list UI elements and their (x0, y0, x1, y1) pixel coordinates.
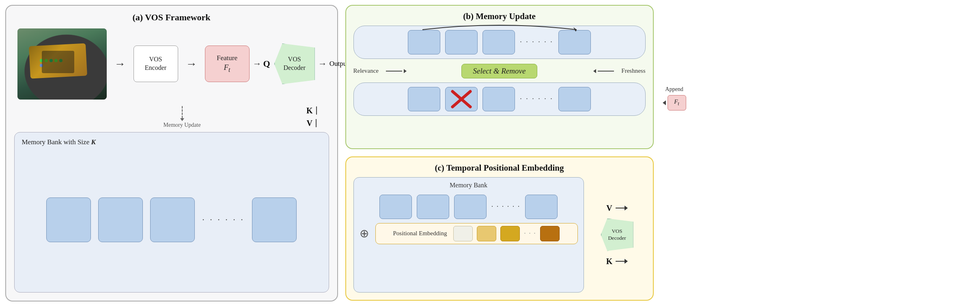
cross-block (445, 87, 478, 111)
panel-c-title: (c) Temporal Positional Embedding (353, 163, 646, 173)
relevance-label: Relevance (353, 67, 379, 74)
mem-block-c-2 (417, 195, 449, 219)
append-arrow-tip (663, 100, 666, 105)
input-photo (17, 28, 107, 100)
freshness-label: Freshness (621, 67, 645, 74)
dots-top-b: · · · · · · (520, 38, 554, 46)
dots-bot-b: · · · · · · (520, 95, 554, 103)
curved-arrow-top (398, 20, 601, 31)
k-label: K (306, 106, 313, 115)
right-panels: (b) Memory Update · · · · · · Rel (345, 5, 654, 304)
mid-section: Memory Update K V (14, 106, 329, 130)
mem-block-b-top-3 (482, 30, 515, 54)
mem-block-c-3 (454, 195, 487, 219)
mem-block-b-bot-1 (408, 87, 440, 111)
freshness-arrow (593, 69, 614, 73)
v-arrow-c: V (606, 204, 627, 213)
memory-update-arrow: Memory Update (164, 106, 201, 128)
v-label-c: V (606, 204, 612, 213)
mem-block-b-bot-4 (558, 87, 591, 111)
feature-block: Feature Ft (205, 46, 250, 82)
vos-decoder-block-a: VOS Decoder (274, 43, 315, 84)
memory-bank-panel-a: Memory Bank with Size K · · · · · · (14, 132, 329, 293)
emb-block-4 (540, 226, 560, 241)
q-arrow-area: → Q (253, 59, 271, 69)
mem-block-c-1 (379, 195, 412, 219)
vos-encoder-block: VOS Encoder (134, 46, 178, 82)
red-x-icon (449, 89, 474, 109)
positional-embedding-area: Positional Embedding · · · (375, 223, 578, 244)
arrow-encoder-to-feature: → (181, 57, 202, 70)
pos-emb-title: Positional Embedding (393, 230, 447, 237)
output-area: → Output (318, 59, 349, 69)
k-arrow-c: K (606, 257, 628, 266)
mem-block-b-bot-3 (482, 87, 515, 111)
append-arrow: Append (665, 86, 683, 93)
mem-block-a-2 (98, 197, 143, 242)
mem-block-b-top-1 (408, 30, 440, 54)
v-arrow-icon (616, 204, 628, 212)
memory-blocks-row-a: · · · · · · (22, 154, 321, 286)
mem-block-a-4 (252, 197, 297, 242)
memory-row-c: · · · · · · (360, 195, 578, 219)
arrow-decoder-to-output: → (318, 59, 327, 69)
kv-labels-right: K V (306, 106, 318, 128)
mem-block-a-1 (46, 197, 91, 242)
select-remove-button[interactable]: Select & Remove (461, 64, 538, 78)
pos-emb-row: ⊕ Positional Embedding · · · (360, 223, 578, 244)
photo-decoration (40, 59, 64, 67)
k-arrow-icon (616, 257, 628, 265)
ft-box-b: Ft (668, 95, 686, 111)
emb-block-2 (477, 226, 496, 241)
panel-a: (a) VOS Framework → (5, 5, 338, 301)
arrow-photo-to-encoder: → (110, 57, 130, 70)
dots-c: · · · · · · (491, 202, 521, 211)
memory-bank-label-c: Memory Bank (360, 182, 578, 189)
bottom-row-wrapper: · · · · · · Append Ft (353, 81, 646, 116)
vos-decoder-block-c: VOS Decoder (601, 219, 633, 251)
memory-row-bottom-b: · · · · · · (353, 82, 646, 116)
main-container: (a) VOS Framework → (5, 5, 975, 304)
svg-marker-4 (625, 206, 628, 210)
append-label: Append (665, 86, 683, 93)
k-label-c: K (606, 257, 613, 266)
dots-emb: · · · (524, 230, 536, 237)
emb-block-3 (500, 226, 520, 241)
mem-block-b-top-2 (445, 30, 478, 54)
panel-c: (c) Temporal Positional Embedding Memory… (345, 156, 654, 301)
emb-block-1 (453, 226, 473, 241)
panel-c-inner: Memory Bank · · · · · · ⊕ Positional Emb… (353, 177, 584, 293)
panel-a-title: (a) VOS Framework (14, 12, 329, 23)
svg-marker-6 (625, 259, 628, 264)
panel-b: (b) Memory Update · · · · · · Rel (345, 5, 654, 149)
plus-symbol: ⊕ (360, 227, 369, 240)
relevance-arrow (386, 69, 407, 73)
arrow-feature-to-decoder: → (253, 59, 262, 69)
q-label: Q (263, 59, 270, 69)
mem-block-b-top-4 (558, 30, 591, 54)
vk-decoder-area-c: V VOS Decoder K (589, 177, 646, 293)
mem-block-a-3 (150, 197, 195, 242)
select-remove-area: Relevance Select & Remove Freshness (353, 64, 646, 78)
append-area: Append Ft (663, 86, 686, 111)
mem-dots-a: · · · · · · (202, 215, 245, 225)
panel-c-body: Memory Bank · · · · · · ⊕ Positional Emb… (353, 177, 646, 293)
v-label: V (306, 119, 312, 128)
memory-bank-title: Memory Bank with Size K (22, 138, 321, 146)
mem-block-c-4 (525, 195, 558, 219)
